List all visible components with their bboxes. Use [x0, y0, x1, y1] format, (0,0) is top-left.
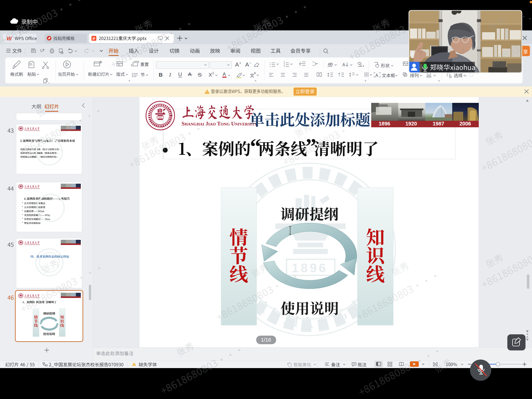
svg-text:A: A: [245, 61, 249, 68]
svg-text:B: B: [159, 72, 163, 78]
svg-text:3: 3: [284, 65, 285, 67]
svg-text:A: A: [235, 61, 239, 68]
svg-text:1/16: 1/16: [261, 337, 271, 343]
svg-text:2: 2: [212, 71, 214, 75]
svg-text:SHANGHAI JIAO TONG UNIVERSITY: SHANGHAI JIAO TONG UNIVERSITY: [182, 121, 257, 127]
svg-text:X: X: [209, 72, 212, 78]
svg-text:A: A: [342, 63, 345, 67]
svg-text:1920: 1920: [405, 121, 417, 127]
svg-text:1896: 1896: [379, 121, 390, 127]
svg-text:U: U: [178, 71, 182, 77]
svg-text:A: A: [223, 71, 226, 77]
svg-text:+: +: [239, 61, 241, 65]
svg-text:!: !: [207, 90, 208, 94]
svg-text:1896: 1896: [292, 261, 328, 275]
svg-text:“: “: [250, 134, 261, 159]
svg-text:P: P: [93, 36, 95, 41]
svg-text:”: ”: [305, 134, 316, 158]
svg-text:A: A: [254, 72, 256, 75]
svg-text:−: −: [249, 61, 251, 65]
svg-text:2006: 2006: [460, 121, 471, 127]
svg-text:A: A: [375, 73, 378, 78]
svg-text:!: !: [134, 363, 134, 366]
svg-text:1987: 1987: [433, 121, 444, 127]
svg-text:1896: 1896: [158, 117, 163, 118]
svg-text:ab: ab: [328, 62, 333, 66]
